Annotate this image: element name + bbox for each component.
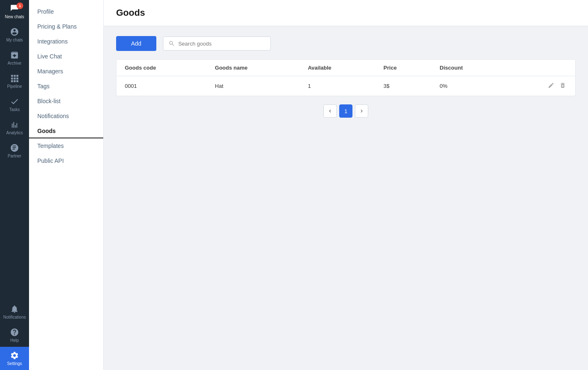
toolbar: Add xyxy=(116,36,576,51)
nav-settings[interactable]: Settings xyxy=(0,347,29,370)
edit-button[interactable] xyxy=(547,81,555,91)
sidebar-item-public-api[interactable]: Public API xyxy=(29,153,103,168)
nav-label: Pipeline xyxy=(7,84,22,89)
analytics-icon xyxy=(10,120,19,129)
delete-icon xyxy=(559,82,566,89)
my-chats-icon xyxy=(10,27,19,36)
add-button[interactable]: Add xyxy=(116,36,156,51)
search-box xyxy=(163,36,271,51)
cell-price: 3$ xyxy=(375,76,432,96)
table-row: 0001 Hat 1 3$ 0% xyxy=(117,76,575,96)
cell-discount: 0% xyxy=(431,76,506,96)
nav-label: Notifications xyxy=(3,315,26,319)
sidebar-item-profile[interactable]: Profile xyxy=(29,4,103,19)
nav-label: My chats xyxy=(6,38,23,42)
sidebar-item-live-chat[interactable]: Live Chat xyxy=(29,49,103,64)
sidebar-item-goods[interactable]: Goods xyxy=(29,123,103,138)
col-discount: Discount xyxy=(431,60,506,76)
cell-code: 0001 xyxy=(117,76,207,96)
content-area: Add Goods code Goods name Available Pric… xyxy=(104,26,588,128)
table-header-row: Goods code Goods name Available Price Di… xyxy=(117,60,575,76)
nav-label: Tasks xyxy=(9,107,20,112)
nav-help[interactable]: Help xyxy=(0,324,29,347)
new-chats-badge: 1 xyxy=(17,2,23,9)
nav-tasks[interactable]: Tasks xyxy=(0,93,29,116)
col-available: Available xyxy=(299,60,375,76)
settings-sidebar: Profile Pricing & Plans Integrations Liv… xyxy=(29,0,104,370)
prev-page-button[interactable] xyxy=(323,104,337,118)
sidebar-item-integrations[interactable]: Integrations xyxy=(29,34,103,49)
edit-icon xyxy=(548,82,554,89)
help-icon xyxy=(10,328,19,337)
col-price: Price xyxy=(375,60,432,76)
nav-notifications[interactable]: Notifications xyxy=(0,300,29,324)
search-input[interactable] xyxy=(178,41,265,47)
archive-icon xyxy=(10,51,19,60)
sidebar-item-pricing-plans[interactable]: Pricing & Plans xyxy=(29,19,103,34)
nav-partner[interactable]: Partner xyxy=(0,139,29,162)
partner-icon xyxy=(10,143,19,152)
sidebar-item-tags[interactable]: Tags xyxy=(29,79,103,94)
next-icon xyxy=(359,108,364,114)
pipeline-icon xyxy=(10,74,19,83)
nav-label: New chats xyxy=(5,15,24,19)
nav-label: Analytics xyxy=(6,131,23,135)
delete-button[interactable] xyxy=(559,81,567,91)
sidebar-item-notifications[interactable]: Notifications xyxy=(29,109,103,123)
nav-pipeline[interactable]: Pipeline xyxy=(0,70,29,93)
nav-my-chats[interactable]: My chats xyxy=(0,23,29,46)
nav-label: Partner xyxy=(8,154,22,158)
nav-analytics[interactable]: Analytics xyxy=(0,116,29,139)
nav-archive[interactable]: Archive xyxy=(0,46,29,70)
goods-table-wrapper: Goods code Goods name Available Price Di… xyxy=(116,59,576,96)
bell-icon xyxy=(10,305,19,314)
page-title: Goods xyxy=(116,7,576,18)
main-content: Goods Add Goods code Goods name Availabl… xyxy=(104,0,588,370)
cell-name: Hat xyxy=(207,76,299,96)
goods-table: Goods code Goods name Available Price Di… xyxy=(117,60,575,96)
nav-label: Help xyxy=(10,338,19,343)
search-icon xyxy=(168,40,175,47)
page-1-button[interactable]: 1 xyxy=(339,104,352,118)
nav-label: Archive xyxy=(7,61,21,65)
next-page-button[interactable] xyxy=(355,104,368,118)
col-actions xyxy=(506,60,575,76)
sidebar-item-managers[interactable]: Managers xyxy=(29,64,103,79)
page-header: Goods xyxy=(104,0,588,26)
col-goods-code: Goods code xyxy=(117,60,207,76)
cell-available: 1 xyxy=(299,76,375,96)
pagination: 1 xyxy=(116,104,576,118)
prev-icon xyxy=(327,108,333,114)
nav-label: Settings xyxy=(7,361,22,366)
icon-nav: 1 New chats My chats Archive Pipeline Ta… xyxy=(0,0,29,370)
row-actions xyxy=(515,81,567,91)
tasks-icon xyxy=(10,97,19,106)
nav-new-chats[interactable]: 1 New chats xyxy=(0,0,29,23)
cell-actions xyxy=(506,76,575,96)
settings-icon xyxy=(10,351,19,360)
sidebar-item-templates[interactable]: Templates xyxy=(29,138,103,153)
col-goods-name: Goods name xyxy=(207,60,299,76)
sidebar-item-block-list[interactable]: Block-list xyxy=(29,94,103,109)
